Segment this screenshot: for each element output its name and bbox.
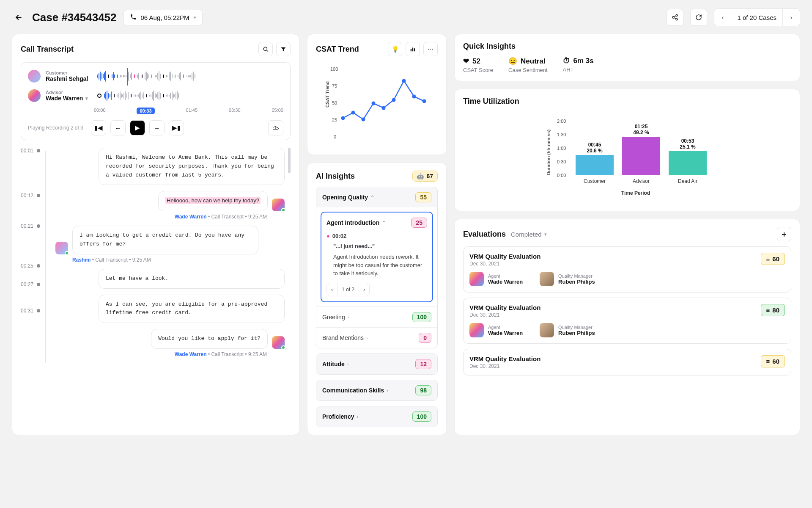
chevron-down-icon: ▾ [194, 15, 196, 20]
svg-text:1:00: 1:00 [557, 146, 566, 151]
insight-brand-mentions[interactable]: Brand Mentions› 0 [316, 327, 437, 348]
svg-point-19 [412, 95, 416, 99]
transcript-title: Call Transcript [21, 45, 74, 54]
svg-text:Time Period: Time Period [621, 190, 650, 196]
svg-rect-28 [622, 137, 660, 175]
score-pill: 98 [415, 385, 431, 395]
chevron-right-icon: › [347, 362, 349, 367]
case-title: Case #34543452 [32, 11, 117, 24]
phone-icon [130, 14, 137, 22]
aht-value: 6m 3s [573, 57, 594, 65]
csat-score-value: 52 [472, 57, 480, 66]
score-pill: 0 [419, 333, 431, 343]
svg-text:00:53: 00:53 [681, 138, 694, 144]
svg-point-18 [402, 79, 406, 83]
insight-quote: "...I just need..." [326, 242, 427, 251]
case-pager: ‹ 1 of 20 Cases › [714, 8, 800, 26]
advisor-avatar-small [272, 336, 285, 349]
advisor-avatar [28, 89, 41, 102]
svg-text:01:25: 01:25 [635, 124, 648, 130]
download-button[interactable] [268, 120, 283, 135]
pager-prev-button[interactable]: ‹ [714, 9, 731, 26]
chevron-right-icon: › [387, 388, 388, 393]
call-transcript-card: Call Transcript Customer Rashmi Sehgal [12, 34, 299, 435]
pager-next-button[interactable]: › [783, 9, 800, 26]
search-button[interactable] [258, 42, 273, 56]
score-pill: 12 [415, 359, 431, 369]
score-pill: 100 [412, 312, 431, 322]
csat-score-label: CSAT Score [463, 67, 493, 73]
insight-pager-label: 1 of 2 [337, 283, 359, 296]
skip-end-button[interactable]: ▶▮ [169, 120, 184, 135]
advisor-chevron-icon[interactable]: ▾ [85, 96, 88, 101]
evaluation-score: ≡60 [761, 355, 785, 367]
svg-text:0:30: 0:30 [557, 159, 566, 164]
svg-text:25.1 %: 25.1 % [680, 144, 696, 150]
chart-button[interactable] [406, 42, 420, 56]
evaluations-filter[interactable]: Completed▾ [511, 231, 547, 238]
chevron-right-icon: › [357, 414, 358, 419]
insight-communication-skills[interactable]: Communication Skills› 98 [316, 380, 437, 400]
svg-text:50: 50 [332, 100, 337, 105]
stopwatch-icon: ⏱ [563, 57, 570, 65]
insight-attitude[interactable]: Attitude› 12 [316, 354, 437, 374]
insight-pager: ‹ 1 of 2 › [326, 283, 370, 296]
more-button[interactable]: ⋯ [423, 42, 438, 56]
heart-icon: ❤ [463, 57, 469, 66]
svg-rect-4 [411, 49, 411, 51]
message-bubble: Helloooo, how can we help thy today? [158, 191, 268, 211]
message-bubble: I am looking to get a credit card. Do yo… [72, 226, 258, 254]
insight-greeting[interactable]: Greeting› 100 [316, 306, 437, 327]
svg-text:20.6 %: 20.6 % [587, 148, 603, 154]
insight-pager-prev[interactable]: ‹ [327, 283, 337, 296]
refresh-button[interactable] [690, 9, 707, 26]
play-button[interactable]: ▶ [130, 120, 145, 135]
insight-timestamp[interactable]: 00:02 [332, 232, 346, 240]
insight-pager-next[interactable]: › [359, 283, 369, 296]
evaluation-score: ≡60 [761, 253, 785, 265]
message-bubble: As I can see, you are eligible for a pre… [99, 295, 285, 323]
svg-point-12 [341, 116, 345, 120]
date-selector[interactable]: 06 Aug, 05:22PM ▾ [123, 10, 203, 25]
svg-text:2:00: 2:00 [557, 119, 566, 124]
evaluation-item[interactable]: VRM Quality Evaluation Dec 30, 2021 ≡60 [463, 349, 791, 375]
prev-button[interactable]: ← [110, 120, 126, 135]
evaluation-date: Dec 30, 2021 [469, 363, 540, 369]
svg-text:49.2 %: 49.2 % [633, 130, 649, 135]
next-button[interactable]: → [149, 120, 165, 135]
pager-label: 1 of 20 Cases [731, 9, 783, 26]
share-button[interactable] [667, 9, 683, 26]
list-icon: ≡ [766, 306, 770, 314]
svg-point-0 [676, 14, 678, 16]
message-bubble: Let me have a look. [99, 269, 285, 289]
filter-button[interactable] [276, 42, 291, 56]
advisor-waveform[interactable] [97, 88, 283, 103]
playhead-cursor[interactable] [127, 68, 128, 86]
list-icon: ≡ [766, 255, 770, 262]
customer-waveform[interactable] [97, 69, 283, 84]
ai-insights-title: AI Insights [316, 172, 355, 181]
insight-header[interactable]: Opening Quality⌃ 55 [316, 187, 437, 207]
evaluation-title: VRM Quality Evaluation [469, 253, 540, 260]
chevron-right-icon: › [366, 335, 368, 340]
back-button[interactable] [12, 11, 25, 24]
skip-start-button[interactable]: ▮◀ [91, 120, 106, 135]
svg-text:0: 0 [334, 134, 336, 139]
quick-insights-title: Quick Insights [463, 42, 791, 51]
date-text: 06 Aug, 05:22PM [141, 14, 189, 21]
svg-text:0:00: 0:00 [557, 173, 566, 178]
recording-player: Customer Rashmi Sehgal [21, 62, 291, 140]
bulb-button[interactable]: 💡 [388, 42, 402, 56]
scrollbar[interactable] [288, 148, 291, 173]
evaluation-item[interactable]: VRM Quality Evaluation Dec 30, 2021 ≡60 … [463, 246, 791, 293]
message-bubble: Hi Rashmi, Welcome to Acme Bank. This ca… [99, 148, 285, 185]
insight-proficiency[interactable]: Proficiency› 100 [316, 406, 437, 427]
add-evaluation-button[interactable]: ＋ [777, 227, 791, 241]
evaluation-date: Dec 30, 2021 [469, 312, 540, 318]
score-pill: 100 [412, 411, 431, 422]
neutral-face-icon: 😐 [508, 57, 517, 66]
evaluations-title: Evaluations [463, 230, 506, 239]
bulb-icon: ● [326, 232, 330, 240]
svg-text:Dead Air: Dead Air [678, 178, 697, 184]
evaluation-item[interactable]: VRM Quality Evaluation Dec 30, 2021 ≡80 … [463, 298, 791, 344]
